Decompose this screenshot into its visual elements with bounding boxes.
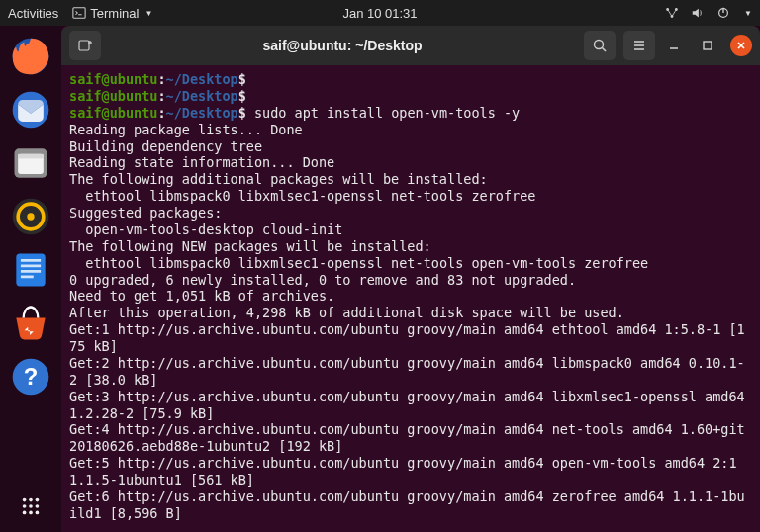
system-menu-chevron-icon[interactable]: ▼: [744, 9, 752, 18]
svg-point-33: [595, 41, 604, 49]
svg-point-13: [27, 213, 34, 220]
dock-help[interactable]: ?: [8, 354, 53, 399]
volume-icon[interactable]: [691, 6, 705, 20]
dock-thunderbird[interactable]: [8, 87, 53, 133]
dock-writer[interactable]: [8, 247, 53, 293]
chevron-down-icon: ▼: [144, 9, 152, 18]
clock[interactable]: Jan 10 01:31: [342, 6, 417, 21]
hamburger-menu-button[interactable]: [623, 31, 655, 60]
svg-rect-15: [21, 259, 41, 262]
svg-rect-10: [18, 154, 44, 159]
new-tab-button[interactable]: [69, 31, 101, 60]
app-indicator[interactable]: Terminal ▼: [72, 6, 152, 21]
svg-point-24: [23, 504, 27, 508]
svg-rect-16: [21, 265, 41, 268]
minimize-button[interactable]: [663, 35, 685, 56]
dock: ?: [0, 26, 61, 532]
svg-line-34: [603, 48, 607, 52]
titlebar: saif@ubuntu: ~/Desktop: [61, 26, 760, 65]
maximize-button[interactable]: [697, 35, 718, 56]
svg-point-28: [29, 511, 33, 515]
svg-rect-18: [21, 276, 34, 279]
svg-point-29: [36, 511, 40, 515]
search-button[interactable]: [584, 31, 616, 60]
svg-point-23: [36, 498, 40, 502]
svg-text:?: ?: [24, 363, 39, 390]
dock-software[interactable]: [8, 301, 53, 346]
gnome-topbar: Activities Terminal ▼ Jan 10 01:31 ▼: [0, 0, 760, 26]
dock-files[interactable]: [8, 140, 53, 186]
svg-point-22: [29, 498, 33, 502]
dock-firefox[interactable]: [8, 34, 53, 79]
network-icon[interactable]: [665, 6, 679, 20]
terminal-small-icon: [72, 6, 86, 20]
svg-point-25: [29, 504, 33, 508]
activities-button[interactable]: Activities: [8, 6, 58, 21]
svg-rect-39: [704, 42, 712, 49]
dock-apps-button[interactable]: [20, 495, 42, 522]
svg-point-27: [23, 511, 27, 515]
svg-rect-17: [21, 270, 41, 273]
terminal-window: saif@ubuntu: ~/Desktop saif@ubuntu:~/Des…: [61, 26, 760, 532]
terminal-body[interactable]: saif@ubuntu:~/Desktop$ saif@ubuntu:~/Des…: [61, 65, 760, 532]
svg-point-21: [23, 498, 27, 502]
svg-rect-30: [79, 41, 89, 50]
svg-point-26: [36, 504, 40, 508]
power-icon[interactable]: [716, 6, 730, 20]
svg-rect-0: [73, 8, 85, 19]
dock-rhythmbox[interactable]: [8, 194, 53, 239]
app-indicator-label: Terminal: [90, 6, 139, 21]
window-title: saif@ubuntu: ~/Desktop: [109, 38, 576, 53]
close-button[interactable]: [730, 35, 752, 56]
